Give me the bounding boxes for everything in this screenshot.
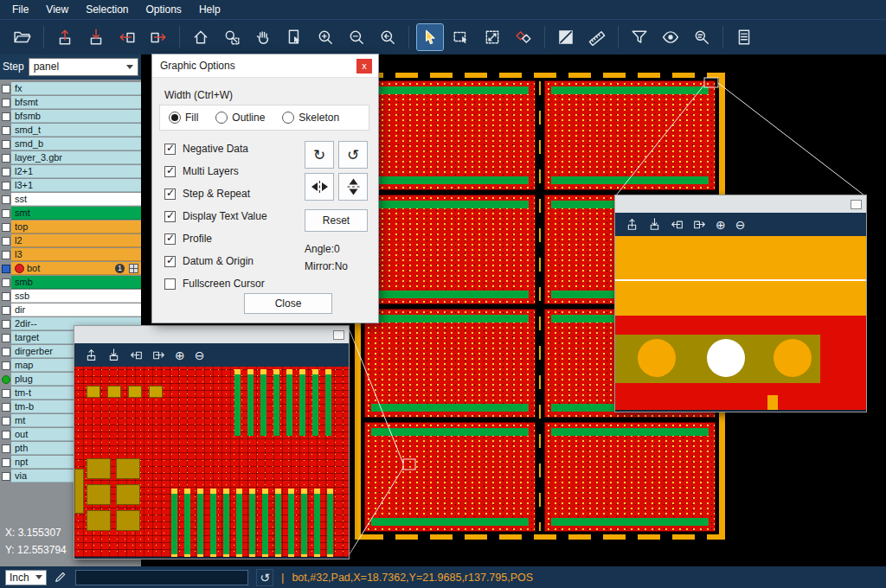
- layer-visibility-checkbox[interactable]: [0, 82, 11, 95]
- rotate-cw-button[interactable]: ↻: [305, 141, 334, 169]
- radio-skeleton[interactable]: Skeleton: [282, 112, 339, 124]
- checkbox-icon[interactable]: [164, 278, 176, 290]
- import-down-icon[interactable]: [648, 218, 661, 231]
- report-list-button[interactable]: [731, 24, 757, 50]
- checkbox-icon[interactable]: [164, 211, 176, 222]
- layer-visibility-checkbox[interactable]: [0, 359, 11, 372]
- menu-selection[interactable]: Selection: [77, 2, 137, 17]
- find-text-button[interactable]: [689, 24, 715, 50]
- layer-row[interactable]: smd_t: [0, 124, 141, 137]
- option-step-repeat[interactable]: Step & Repeat: [164, 188, 267, 200]
- zoom-out-button[interactable]: [343, 24, 369, 50]
- layer-visibility-checkbox[interactable]: [0, 470, 11, 483]
- option-profile[interactable]: Profile: [164, 233, 267, 245]
- layer-row[interactable]: ssb: [0, 290, 141, 303]
- radio-icon[interactable]: [282, 112, 294, 124]
- home-button[interactable]: [188, 24, 214, 50]
- zoom-previous-button[interactable]: [375, 24, 401, 50]
- option-display-text-value[interactable]: Display Text Value: [164, 210, 267, 222]
- layer-visibility-checkbox[interactable]: [0, 304, 11, 316]
- layer-visibility-checkbox[interactable]: [0, 345, 11, 358]
- close-icon[interactable]: x: [356, 59, 372, 74]
- pan-left-icon[interactable]: [671, 218, 684, 231]
- visibility-eye-button[interactable]: [658, 24, 684, 50]
- cursor-select-button[interactable]: [417, 24, 443, 50]
- layer-row[interactable]: l3: [0, 248, 141, 261]
- layer-visibility-checkbox[interactable]: [0, 276, 11, 289]
- option-datum-origin[interactable]: Datum & Origin: [164, 255, 267, 267]
- export-up-icon[interactable]: [626, 218, 639, 231]
- mirror-horizontal-button[interactable]: [305, 173, 334, 201]
- layer-visibility-checkbox[interactable]: [0, 400, 11, 413]
- export-right-button[interactable]: [145, 24, 171, 50]
- layer-row[interactable]: fx: [0, 82, 141, 95]
- magnifier-window-2[interactable]: ⊕ ⊖: [614, 195, 867, 412]
- layer-visibility-checkbox[interactable]: [0, 165, 11, 178]
- rect-select-button[interactable]: [448, 24, 474, 50]
- layer-status-indicator[interactable]: [0, 373, 11, 386]
- filter-button[interactable]: [626, 24, 652, 50]
- layer-visibility-checkbox[interactable]: [0, 262, 11, 275]
- pan-left-icon[interactable]: [130, 348, 143, 361]
- layer-visibility-checkbox[interactable]: [0, 234, 11, 247]
- layer-visibility-checkbox[interactable]: [0, 456, 11, 469]
- layer-visibility-checkbox[interactable]: [0, 124, 11, 137]
- zoom-in-icon[interactable]: ⊕: [175, 349, 185, 361]
- radio-icon[interactable]: [169, 112, 181, 124]
- magnifier-titlebar[interactable]: [615, 195, 866, 213]
- line-tool-button[interactable]: [553, 24, 579, 50]
- magnifier-titlebar[interactable]: [74, 326, 349, 343]
- layer-row[interactable]: l2+1: [0, 165, 141, 178]
- transform-select-button[interactable]: [479, 24, 505, 50]
- layer-row[interactable]: smd_b: [0, 137, 141, 150]
- layer-row[interactable]: l2: [0, 234, 141, 247]
- option-fullscreen-cursor[interactable]: Fullscreen Cursor: [164, 278, 267, 290]
- window-control-icon[interactable]: [851, 200, 862, 209]
- radio-icon[interactable]: [215, 112, 228, 124]
- layers-compare-button[interactable]: [510, 24, 536, 50]
- layer-visibility-checkbox[interactable]: [0, 207, 11, 220]
- import-left-button[interactable]: [114, 24, 140, 50]
- layer-visibility-checkbox[interactable]: [0, 151, 11, 164]
- layer-visibility-checkbox[interactable]: [0, 387, 11, 399]
- layer-row[interactable]: smt: [0, 207, 141, 220]
- layer-row[interactable]: bfsmb: [0, 110, 141, 123]
- zoom-region-button[interactable]: [219, 24, 245, 50]
- measure-ruler-button[interactable]: [584, 24, 610, 50]
- zoom-out-icon[interactable]: ⊖: [735, 219, 746, 231]
- layer-row[interactable]: dir: [0, 304, 141, 316]
- menu-file[interactable]: File: [3, 2, 37, 17]
- radio-fill[interactable]: Fill: [169, 112, 198, 124]
- menu-options[interactable]: Options: [138, 2, 190, 17]
- layer-visibility-checkbox[interactable]: [0, 290, 11, 303]
- step-select[interactable]: panel: [29, 58, 138, 76]
- layer-row[interactable]: layer_3.gbr: [0, 151, 141, 164]
- option-negative-data[interactable]: Negative Data: [164, 143, 267, 155]
- layer-row[interactable]: sst: [0, 193, 141, 206]
- zoom-in-icon[interactable]: ⊕: [716, 219, 726, 231]
- layer-visibility-checkbox[interactable]: [0, 414, 11, 427]
- layer-visibility-checkbox[interactable]: [0, 220, 11, 233]
- checkbox-icon[interactable]: [164, 256, 176, 267]
- export-up-icon[interactable]: [85, 348, 98, 361]
- layer-visibility-checkbox[interactable]: [0, 193, 11, 206]
- import-down-icon[interactable]: [107, 348, 120, 361]
- layer-row[interactable]: smb: [0, 276, 141, 289]
- magnifier-window-1[interactable]: ⊕ ⊖: [74, 325, 350, 559]
- checkbox-icon[interactable]: [164, 144, 176, 155]
- export-up-button[interactable]: [52, 24, 78, 50]
- layer-visibility-checkbox[interactable]: [0, 317, 11, 330]
- unit-select[interactable]: Inch: [5, 570, 47, 585]
- page-select-button[interactable]: [281, 24, 307, 50]
- checkbox-icon[interactable]: [164, 233, 176, 245]
- close-button[interactable]: Close: [244, 293, 332, 314]
- layer-visibility-checkbox[interactable]: [0, 331, 11, 344]
- graphic-options-dialog[interactable]: Graphic Options x Width (Ctrl+W) Fill Ou…: [151, 54, 379, 323]
- layer-visibility-checkbox[interactable]: [0, 428, 11, 441]
- layer-row[interactable]: top: [0, 220, 141, 233]
- refresh-icon[interactable]: ↺: [256, 569, 273, 586]
- radio-outline[interactable]: Outline: [215, 112, 265, 124]
- checkbox-icon[interactable]: [164, 189, 176, 200]
- layer-visibility-checkbox[interactable]: [0, 248, 11, 261]
- option-multi-layers[interactable]: Multi Layers: [164, 165, 267, 177]
